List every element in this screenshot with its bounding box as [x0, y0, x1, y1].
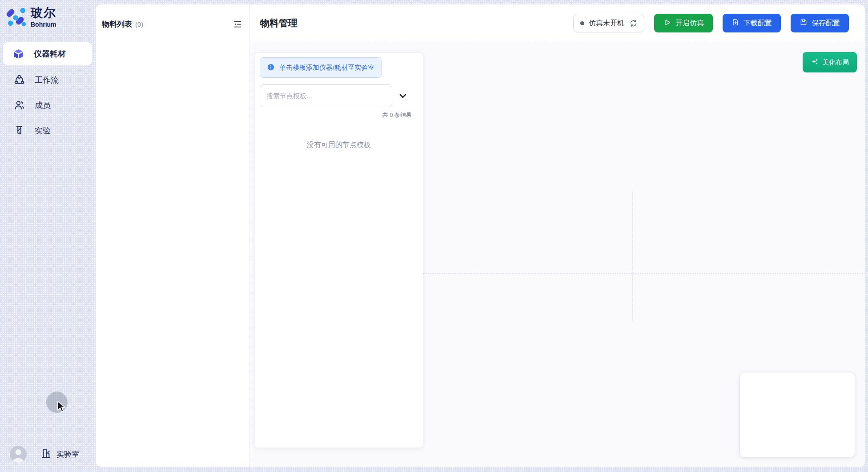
sparkles-icon — [811, 58, 819, 67]
canvas-guide-vertical — [632, 190, 633, 321]
bohrium-logo-icon — [6, 6, 27, 28]
start-simulation-button[interactable]: 开启仿真 — [654, 14, 713, 32]
header-actions: 仿真未开机 — [573, 14, 849, 32]
sidebar-item-label: 实验 — [35, 125, 51, 136]
status-label: 仿真未开机 — [589, 19, 624, 28]
save-config-button[interactable]: 保存配置 — [791, 14, 849, 32]
save-config-label: 保存配置 — [812, 19, 840, 28]
workflow-icon — [13, 74, 25, 86]
empty-template-message: 没有可用的节点模板 — [260, 140, 418, 150]
material-list-count: (0) — [135, 20, 143, 28]
save-icon — [800, 18, 808, 28]
sidebar-item-instruments[interactable]: 仪器耗材 — [3, 42, 92, 65]
sidebar-item-label: 仪器耗材 — [34, 48, 66, 59]
sidebar-item-label: 成员 — [35, 100, 51, 111]
template-search-row — [260, 84, 418, 107]
status-dot-icon — [580, 21, 584, 25]
info-banner: 单击模板添加仪器/耗材至实验室 — [260, 57, 382, 78]
play-icon — [663, 18, 671, 28]
lab-label: 实验室 — [56, 449, 79, 460]
sidebar-footer: 实验室 — [0, 442, 96, 467]
sidebar-item-members[interactable]: 成员 — [0, 92, 96, 118]
main-area: 物料管理 仿真未开机 — [250, 4, 865, 467]
app-window: 玻尔 Bohrium 仪器耗材 — [0, 0, 868, 472]
building-icon — [40, 448, 52, 461]
result-count: 共 0 条结果 — [260, 111, 412, 119]
page-title: 物料管理 — [260, 17, 297, 29]
canvas-guide-horizontal — [423, 273, 865, 274]
chevron-down-icon[interactable] — [398, 91, 408, 101]
file-download-icon — [731, 18, 739, 28]
download-config-button[interactable]: 下载配置 — [723, 14, 781, 32]
material-list-title: 物料列表 — [102, 19, 132, 29]
search-input[interactable] — [260, 84, 392, 107]
members-icon — [13, 99, 25, 111]
sidebar-item-workflow[interactable]: 工作流 — [0, 67, 96, 92]
beautify-layout-label: 美化布局 — [822, 58, 849, 67]
beautify-layout-button[interactable]: 美化布局 — [803, 52, 857, 72]
mouse-cursor — [56, 400, 67, 415]
menu-fold-icon[interactable] — [233, 20, 242, 29]
material-list-panel: 物料列表 (0) — [96, 4, 250, 467]
lab-entry[interactable]: 实验室 — [40, 448, 79, 461]
avatar[interactable] — [10, 446, 27, 463]
sidebar-menu: 仪器耗材 工作流 — [0, 42, 96, 143]
info-banner-text: 单击模板添加仪器/耗材至实验室 — [279, 64, 374, 72]
info-icon — [267, 63, 275, 72]
experiment-icon — [13, 124, 25, 136]
cube-icon — [12, 48, 24, 60]
minimap-panel[interactable] — [739, 372, 855, 458]
sidebar: 玻尔 Bohrium 仪器耗材 — [0, 0, 96, 472]
refresh-icon[interactable] — [630, 20, 637, 27]
brand: 玻尔 Bohrium — [0, 0, 96, 28]
sidebar-item-label: 工作流 — [35, 75, 59, 85]
simulation-status-pill: 仿真未开机 — [573, 14, 644, 32]
download-config-label: 下载配置 — [743, 19, 772, 28]
material-list-header: 物料列表 (0) — [96, 4, 249, 29]
main-header: 物料管理 仿真未开机 — [250, 4, 865, 42]
node-template-panel: 单击模板添加仪器/耗材至实验室 共 0 条结果 没有可用的节点模板 — [254, 52, 423, 448]
brand-name-en: Bohrium — [31, 21, 56, 28]
brand-name-zh: 玻尔 — [31, 7, 56, 19]
start-simulation-label: 开启仿真 — [675, 19, 704, 28]
sidebar-item-experiment[interactable]: 实验 — [0, 118, 96, 143]
layout-canvas[interactable]: 单击模板添加仪器/耗材至实验室 共 0 条结果 没有可用的节点模板 — [250, 42, 865, 467]
content-container: 物料列表 (0) 物料管理 仿真未开机 — [96, 4, 865, 467]
